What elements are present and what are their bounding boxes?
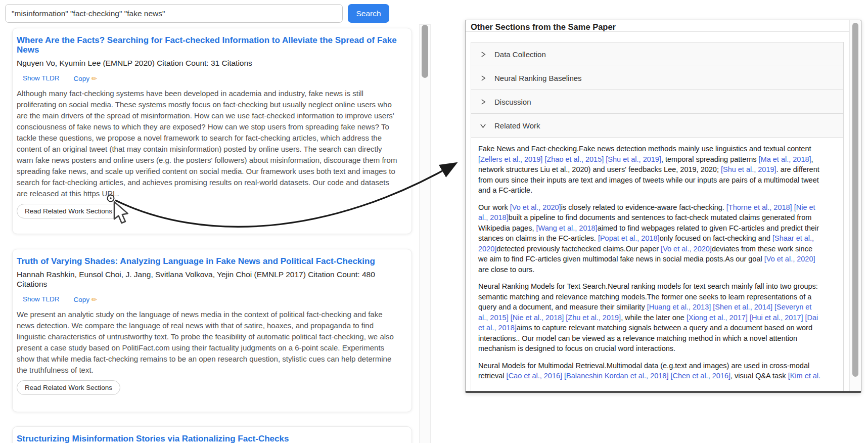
citation-link[interactable]: [Zhao et al., 2015] xyxy=(544,155,604,163)
paper-title-link[interactable]: Structurizing Misinformation Stories via… xyxy=(17,434,399,443)
panel-scrollbar[interactable] xyxy=(849,20,861,391)
results-scrollbar-thumb[interactable] xyxy=(422,25,428,78)
copy-link-label: Copy xyxy=(74,75,90,82)
citation-link[interactable]: [Vo et al., 2020] xyxy=(764,255,815,263)
section-header-related-work[interactable]: Related Work xyxy=(471,114,843,138)
other-sections-panel: Other Sections from the Same Paper Data … xyxy=(465,20,861,393)
citation-link[interactable]: [Zhu et al., 2019] xyxy=(566,314,621,322)
citation-link[interactable]: [Ma et al., 2018] xyxy=(759,155,811,163)
related-work-paragraph: Neural Ranking Models for Text Search.Ne… xyxy=(478,281,822,354)
citation-link[interactable]: [Cao et al., 2016] xyxy=(507,372,562,380)
paper-abstract: Although many fact-checking systems have… xyxy=(17,88,399,199)
section-label: Data Collection xyxy=(494,50,546,59)
citation-link[interactable]: [Kim et al. xyxy=(788,372,820,380)
read-related-work-button[interactable]: Read Related Work Sections xyxy=(17,204,120,218)
show-tldr-link[interactable]: Show TLDR xyxy=(23,295,60,303)
paper-abstract: We present an analytic study on the lang… xyxy=(17,309,399,376)
paper-meta: Nguyen Vo, Kyumin Lee (EMNLP 2020) Citat… xyxy=(17,58,399,68)
citation-link[interactable]: [Vo et al., 2020] xyxy=(661,245,712,253)
citation-link[interactable]: [Vo et al., 2020] xyxy=(510,203,561,211)
paper-card: Where Are the Facts? Searching for Fact-… xyxy=(12,28,412,234)
citation-link[interactable]: [Zellers et al., 2019] xyxy=(478,155,542,163)
chevron-right-icon xyxy=(480,75,486,81)
chevron-right-icon xyxy=(480,51,486,58)
panel-scrollbar-thumb[interactable] xyxy=(852,23,858,377)
app-root: Search Where Are the Facts? Searching fo… xyxy=(0,0,868,443)
paper-actions: Show TLDR Copy ✏ xyxy=(23,295,399,303)
related-work-paragraph: Our work [Vo et al., 2020]is closely rel… xyxy=(478,202,822,275)
citation-link[interactable]: [Huang et al., 2013] xyxy=(647,303,711,311)
citation-link[interactable]: [Wang et al., 2018] xyxy=(536,224,597,232)
section-header-discussion[interactable]: Discussion xyxy=(471,90,843,114)
paper-card: Truth of Varying Shades: Analyzing Langu… xyxy=(12,249,412,412)
pencil-icon: ✏ xyxy=(92,75,97,82)
section-header-data-collection[interactable]: Data Collection xyxy=(471,42,843,66)
paper-title-link[interactable]: Where Are the Facts? Searching for Fact-… xyxy=(17,35,399,55)
citation-link[interactable]: [Hui et al., 2017] xyxy=(750,314,803,322)
copy-link-label: Copy xyxy=(74,296,90,303)
chevron-right-icon xyxy=(480,99,486,105)
search-input[interactable] xyxy=(5,4,343,23)
related-work-content: Fake News and Fact-checking.Fake news de… xyxy=(471,138,843,381)
related-work-paragraph: Neural Models for Multimodal Retrieval.M… xyxy=(478,361,822,381)
paper-card: Structurizing Misinformation Stories via… xyxy=(12,426,412,443)
show-tldr-link[interactable]: Show TLDR xyxy=(23,74,60,82)
section-label: Related Work xyxy=(494,121,540,130)
citation-link[interactable]: [Shu et al., 2019] xyxy=(721,165,776,173)
read-related-work-button[interactable]: Read Related Work Sections xyxy=(17,380,120,395)
chevron-down-icon xyxy=(480,122,486,129)
citation-link[interactable]: [Xiong et al., 2017] xyxy=(687,314,748,322)
section-header-neural-ranking-baselines[interactable]: Neural Ranking Baselines xyxy=(471,66,843,90)
pencil-icon: ✏ xyxy=(92,296,97,303)
sections-accordion: Data Collection Neural Ranking Baselines… xyxy=(471,42,844,393)
section-label: Discussion xyxy=(494,98,531,106)
copy-link[interactable]: Copy ✏ xyxy=(74,74,98,82)
citation-link[interactable]: [Shu et al., 2019] xyxy=(606,155,661,163)
citation-link[interactable]: [Nie et al., 2018] xyxy=(511,314,564,322)
citation-link[interactable]: [Balaneshin Kordan et al., 2018] xyxy=(564,372,668,380)
paper-actions: Show TLDR Copy ✏ xyxy=(23,74,399,82)
search-button[interactable]: Search xyxy=(348,4,389,23)
citation-link[interactable]: [Shen et al., 2014] xyxy=(713,303,772,311)
related-work-paragraph: Fake News and Fact-checking.Fake news de… xyxy=(478,144,822,196)
paper-title-link[interactable]: Truth of Varying Shades: Analyzing Langu… xyxy=(17,256,399,266)
citation-link[interactable]: [Thorne et al., 2018] xyxy=(726,203,792,211)
panel-title: Other Sections from the Same Paper xyxy=(466,20,861,32)
citation-link[interactable]: [Popat et al., 2018] xyxy=(598,234,660,242)
results-scrollbar[interactable] xyxy=(419,24,431,443)
section-label: Neural Ranking Baselines xyxy=(494,74,582,82)
citation-link[interactable]: [Chen et al., 2016] xyxy=(670,372,730,380)
paper-meta: Hannah Rashkin, Eunsol Choi, J. Jang, Sv… xyxy=(17,270,399,289)
copy-link[interactable]: Copy ✏ xyxy=(74,295,98,303)
